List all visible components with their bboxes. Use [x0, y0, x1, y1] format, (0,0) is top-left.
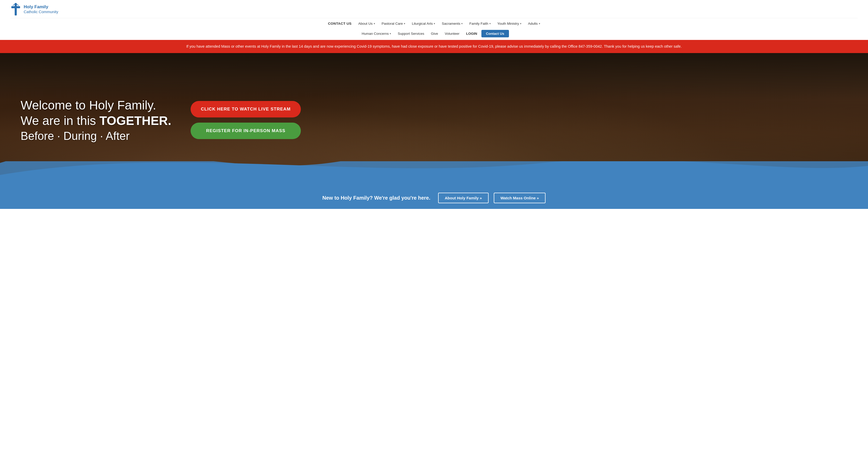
- nav-bottom: Human Concerns▾Support ServicesGiveVolun…: [10, 28, 858, 40]
- chevron-down-icon: ▾: [520, 22, 521, 25]
- nav-item-sacraments[interactable]: Sacraments▾: [439, 20, 465, 27]
- info-bar-text: New to Holy Family? We're glad you're he…: [322, 195, 430, 201]
- svg-point-2: [14, 3, 17, 5]
- nav-item-support-services[interactable]: Support Services: [395, 30, 427, 37]
- hero-title-line3: Before · During · After: [21, 130, 175, 142]
- hero-section: Welcome to Holy Family. We are in this T…: [0, 53, 868, 187]
- alert-text: If you have attended Mass or other event…: [186, 44, 682, 49]
- chevron-down-icon: ▾: [489, 22, 491, 25]
- chevron-down-icon: ▾: [461, 22, 463, 25]
- info-bar: New to Holy Family? We're glad you're he…: [0, 187, 868, 209]
- logo-line2: Catholic Community: [24, 9, 58, 14]
- hero-title-line1: Welcome to Holy Family.: [21, 98, 175, 113]
- site-header: Holy Family Catholic Community CONTACT U…: [0, 0, 868, 40]
- hero-title-line2-bold: TOGETHER.: [99, 114, 171, 127]
- register-mass-button[interactable]: REGISTER FOR IN-PERSON MASS: [191, 123, 301, 139]
- nav-item-pastoral-care[interactable]: Pastoral Care▾: [379, 20, 408, 27]
- nav-item-family-faith[interactable]: Family Faith▾: [467, 20, 493, 27]
- hero-buttons: CLICK HERE TO WATCH LIVE STREAM REGISTER…: [191, 101, 301, 139]
- logo-line1: Holy Family: [24, 4, 58, 9]
- nav-item-volunteer[interactable]: Volunteer: [442, 30, 462, 37]
- live-stream-button[interactable]: CLICK HERE TO WATCH LIVE STREAM: [191, 101, 301, 118]
- hero-title-line2: We are in this TOGETHER.: [21, 113, 175, 129]
- logo[interactable]: Holy Family Catholic Community: [10, 3, 858, 18]
- nav-item-contact-us-plain[interactable]: CONTACT US: [325, 20, 354, 27]
- nav-item-about-us[interactable]: About Us▾: [356, 20, 378, 27]
- hero-content: Welcome to Holy Family. We are in this T…: [0, 53, 868, 187]
- hero-title-line2-normal: We are in this: [21, 114, 99, 127]
- nav-item-liturgical-arts[interactable]: Liturgical Arts▾: [409, 20, 438, 27]
- nav-item-give[interactable]: Give: [428, 30, 441, 37]
- chevron-down-icon: ▾: [404, 22, 405, 25]
- chevron-down-icon: ▾: [374, 22, 375, 25]
- chevron-down-icon: ▾: [390, 32, 391, 35]
- cross-icon: [10, 3, 21, 16]
- nav-item-youth-ministry[interactable]: Youth Ministry▾: [495, 20, 524, 27]
- nav-item-login[interactable]: LOGIN: [464, 30, 480, 37]
- chevron-down-icon: ▾: [539, 22, 540, 25]
- svg-rect-1: [11, 6, 20, 8]
- nav-item-adults[interactable]: Adults▾: [525, 20, 543, 27]
- alert-banner: If you have attended Mass or other event…: [0, 40, 868, 53]
- watch-mass-online-button[interactable]: Watch Mass Online »: [494, 193, 546, 203]
- hero-text: Welcome to Holy Family. We are in this T…: [21, 98, 175, 142]
- nav-item-human-concerns[interactable]: Human Concerns▾: [359, 30, 394, 37]
- chevron-down-icon: ▾: [434, 22, 435, 25]
- info-bar-buttons: About Holy Family » Watch Mass Online »: [438, 193, 546, 203]
- logo-text: Holy Family Catholic Community: [24, 4, 58, 14]
- nav-item-contact-us-btn[interactable]: Contact Us: [482, 30, 509, 37]
- about-holy-family-button[interactable]: About Holy Family »: [438, 193, 489, 203]
- nav-top: CONTACT USAbout Us▾Pastoral Care▾Liturgi…: [10, 18, 858, 28]
